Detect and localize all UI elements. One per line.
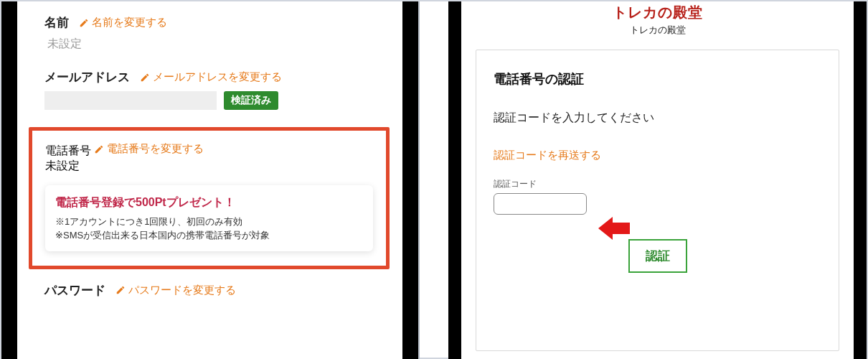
panel-lead: 認証コードを入力してください	[494, 111, 821, 126]
phone-bezel	[402, 1, 418, 359]
email-field[interactable]	[44, 91, 217, 110]
email-row: メールアドレス メールアドレスを変更する 検証済み	[44, 69, 381, 110]
email-label: メールアドレス	[44, 69, 130, 85]
name-value: 未設定	[47, 37, 381, 52]
brand-logo: トレカの殿堂	[476, 3, 839, 22]
phone-bezel	[448, 1, 461, 359]
password-row: パスワード パスワードを変更する	[44, 282, 381, 299]
logo-wrap: トレカの殿堂 トレカの殿堂	[476, 1, 839, 37]
promo-note-1: ※1アカウントにつき1回限り、初回のみ有効	[55, 215, 363, 229]
phone-label: 電話番号	[45, 144, 91, 157]
email-verified-badge: 検証済み	[224, 91, 278, 110]
phone-promo-card: 電話番号登録で500Ptプレゼント！ ※1アカウントにつき1回限り、初回のみ有効…	[45, 185, 373, 251]
phone-edit-link[interactable]: 電話番号を変更する	[94, 142, 204, 156]
resend-link[interactable]: 認証コードを再送する	[494, 149, 601, 162]
left-phone-frame: 名前 名前を変更する 未設定 メールアドレス メールアドレスを変更する	[1, 1, 420, 359]
code-input[interactable]	[494, 193, 587, 215]
pencil-icon	[94, 144, 104, 154]
code-label: 認証コード	[494, 178, 821, 190]
name-edit-link[interactable]: 名前を変更する	[79, 16, 167, 29]
verification-panel: 電話番号の認証 認証コードを入力してください 認証コードを再送する 認証コード …	[476, 50, 839, 351]
email-edit-link[interactable]: メールアドレスを変更する	[140, 70, 282, 84]
email-edit-text: メールアドレスを変更する	[153, 70, 282, 84]
phone-edit-text: 電話番号を変更する	[107, 142, 204, 156]
password-edit-link[interactable]: パスワードを変更する	[115, 284, 236, 297]
name-row: 名前 名前を変更する 未設定	[44, 14, 381, 52]
left-screen: 名前 名前を変更する 未設定 メールアドレス メールアドレスを変更する	[17, 1, 402, 359]
right-screen: トレカの殿堂 トレカの殿堂 電話番号の認証 認証コードを入力してください 認証コ…	[461, 1, 854, 359]
panel-title: 電話番号の認証	[494, 70, 821, 88]
pencil-icon	[79, 18, 89, 28]
brand-subtitle: トレカの殿堂	[476, 24, 839, 37]
promo-note-2: ※SMSが受信出来る日本国内の携帯電話番号が対象	[55, 228, 363, 243]
brand-logo-text: トレカの殿堂	[613, 4, 703, 20]
pencil-icon	[140, 73, 150, 83]
pencil-icon	[115, 285, 126, 295]
phone-value: 未設定	[45, 159, 373, 174]
password-label: パスワード	[44, 282, 105, 299]
phone-highlight-box: 電話番号 電話番号を変更する 未設定 電話番号登録で500Ptプレゼント！ ※1…	[29, 127, 390, 269]
verify-button[interactable]: 認証	[628, 239, 687, 273]
password-edit-text: パスワードを変更する	[128, 284, 236, 297]
promo-title: 電話番号登録で500Ptプレゼント！	[55, 195, 363, 210]
arrow-icon	[598, 214, 630, 243]
right-phone-frame: トレカの殿堂 トレカの殿堂 電話番号の認証 認証コードを入力してください 認証コ…	[448, 1, 867, 359]
name-label: 名前	[44, 14, 69, 31]
svg-marker-0	[598, 217, 630, 240]
name-edit-text: 名前を変更する	[92, 16, 167, 29]
phone-bezel	[1, 1, 17, 359]
phone-bezel	[854, 1, 867, 359]
